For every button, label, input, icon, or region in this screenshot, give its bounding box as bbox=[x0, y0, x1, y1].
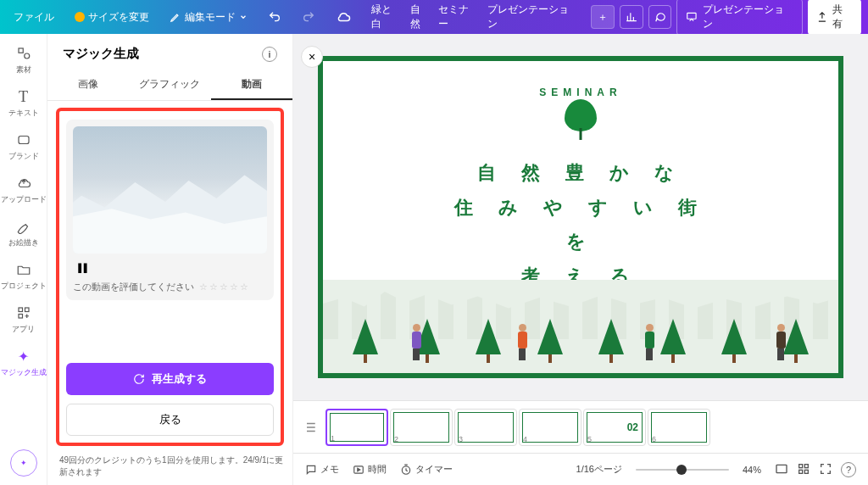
notes-button[interactable]: メモ bbox=[305, 463, 339, 476]
redo-button[interactable] bbox=[295, 7, 322, 27]
tab-image[interactable]: 画像 bbox=[47, 70, 129, 100]
folder-icon bbox=[14, 260, 33, 279]
zoom-slider-thumb[interactable] bbox=[676, 465, 687, 475]
person-illustration bbox=[772, 324, 789, 361]
title-part: プレゼンテーション bbox=[487, 3, 578, 31]
notes-label: メモ bbox=[320, 463, 339, 476]
rail-brand[interactable]: ブランド bbox=[8, 131, 39, 162]
rail-text[interactable]: Tテキスト bbox=[8, 87, 39, 119]
cloud-icon bbox=[336, 9, 351, 25]
timer-label: タイマー bbox=[415, 463, 453, 476]
draw-icon bbox=[14, 217, 33, 236]
cloud-sync-button[interactable] bbox=[329, 6, 358, 28]
slide-kicker: SEMINAR bbox=[539, 86, 621, 98]
thumb-number: 6 bbox=[652, 435, 656, 443]
share-button[interactable]: 共有 bbox=[808, 0, 861, 35]
resize-indicator-icon bbox=[75, 12, 85, 22]
comment-icon bbox=[654, 11, 666, 23]
comment-button[interactable] bbox=[648, 5, 672, 29]
rail-label: お絵描き bbox=[8, 237, 39, 248]
svg-rect-11 bbox=[804, 464, 808, 467]
pause-icon[interactable]: ❚❚ bbox=[73, 259, 267, 276]
slide-thumb-6[interactable]: 6 bbox=[648, 409, 710, 446]
person-illustration bbox=[408, 324, 425, 361]
slide-thumb-5[interactable]: 025 bbox=[583, 409, 646, 446]
slide-thumb-3[interactable]: 3 bbox=[454, 409, 517, 446]
svg-rect-10 bbox=[799, 464, 803, 467]
generated-video-card[interactable]: ❚❚ この動画を評価してください ☆☆☆☆☆ bbox=[66, 120, 274, 300]
slide-thumb-1[interactable]: 1 bbox=[326, 409, 388, 446]
tab-graphic[interactable]: グラフィック bbox=[129, 70, 210, 100]
sparkle-icon: ✦ bbox=[20, 459, 27, 467]
add-button[interactable]: ＋ bbox=[591, 5, 615, 29]
rail-draw[interactable]: お絵描き bbox=[8, 217, 39, 248]
analytics-button[interactable] bbox=[620, 5, 643, 29]
play-icon bbox=[353, 464, 364, 476]
chart-icon bbox=[626, 11, 637, 23]
slide-thumb-4[interactable]: 4 bbox=[519, 409, 581, 446]
assistant-button[interactable]: ✦ bbox=[10, 449, 37, 477]
timer-button[interactable]: タイマー bbox=[400, 463, 453, 476]
rating-stars[interactable]: ☆☆☆☆☆ bbox=[199, 282, 250, 293]
shapes-icon bbox=[14, 44, 33, 63]
redo-icon bbox=[302, 10, 315, 24]
rail-elements[interactable]: 素材 bbox=[14, 44, 33, 75]
svg-rect-3 bbox=[19, 137, 29, 144]
pencil-icon bbox=[170, 11, 181, 23]
rail-project[interactable]: プロジェクト bbox=[1, 260, 47, 292]
zoom-value[interactable]: 44% bbox=[743, 465, 761, 475]
upload-icon bbox=[14, 174, 33, 192]
tree-icon bbox=[537, 319, 563, 363]
person-illustration bbox=[641, 324, 658, 361]
refresh-icon bbox=[133, 373, 145, 385]
tile-view-icon[interactable] bbox=[797, 462, 810, 477]
edit-mode-button[interactable]: 編集モード bbox=[163, 7, 254, 28]
file-menu[interactable]: ファイル bbox=[7, 7, 61, 28]
title-part: セミナー bbox=[438, 3, 478, 31]
resize-button[interactable]: サイズを変更 bbox=[68, 7, 156, 28]
thumb-number: 1 bbox=[331, 434, 335, 443]
grid-view-icon[interactable] bbox=[775, 462, 788, 477]
resize-label: サイズを変更 bbox=[88, 10, 149, 25]
zoom-slider[interactable] bbox=[636, 469, 729, 471]
rating-prompt: この動画を評価してください bbox=[73, 281, 194, 293]
slide-title-line: 自 然 豊 か な bbox=[452, 156, 709, 191]
notes-icon bbox=[305, 464, 317, 476]
svg-rect-13 bbox=[804, 470, 808, 473]
left-rail: 素材 Tテキスト ブランド アップロード お絵描き プロジェクト アプリ ✦マジ… bbox=[0, 34, 47, 485]
slide-title-line: 住 み や す い 街 を bbox=[452, 191, 709, 259]
slide-canvas[interactable]: SEMINAR 自 然 豊 か な 住 み や す い 街 を 考 え る bbox=[318, 56, 843, 378]
reorder-icon[interactable] bbox=[302, 420, 317, 435]
tree-icon bbox=[353, 319, 378, 363]
page-indicator[interactable]: 1/16ページ bbox=[576, 463, 622, 476]
rail-upload[interactable]: アップロード bbox=[1, 174, 47, 205]
rail-magic-generate[interactable]: ✦マジック生成 bbox=[1, 347, 47, 378]
document-title[interactable]: 緑と白 自然 セミナー プレゼンテーション bbox=[371, 3, 577, 31]
svg-rect-5 bbox=[25, 308, 29, 312]
help-icon[interactable]: ? bbox=[841, 462, 856, 477]
tab-video[interactable]: 動画 bbox=[211, 70, 292, 100]
share-label: 共有 bbox=[832, 3, 853, 31]
title-part: 緑と白 bbox=[371, 3, 402, 31]
tree-icon bbox=[721, 319, 747, 363]
close-panel-button[interactable]: × bbox=[301, 46, 323, 68]
svg-rect-12 bbox=[799, 470, 803, 473]
svg-rect-6 bbox=[19, 315, 23, 319]
slide-title: 自 然 豊 か な 住 み や す い 街 を 考 え る bbox=[452, 156, 709, 294]
thumb-number: 2 bbox=[394, 435, 398, 443]
rail-label: アップロード bbox=[1, 194, 47, 205]
present-button[interactable]: プレゼンテーション bbox=[676, 0, 802, 36]
regenerate-label: 再生成する bbox=[152, 371, 207, 387]
info-icon[interactable]: i bbox=[262, 47, 277, 62]
bottom-bar: メモ 時間 タイマー 1/16ページ 44% ? bbox=[293, 453, 868, 485]
canvas-area: SEMINAR 自 然 豊 か な 住 み や す い 街 を 考 え る bbox=[293, 34, 868, 485]
time-button[interactable]: 時間 bbox=[353, 463, 387, 476]
regenerate-button[interactable]: 再生成する bbox=[66, 363, 274, 395]
slide-thumbnails: 1 2 3 4 025 6 bbox=[293, 400, 868, 453]
undo-button[interactable] bbox=[261, 7, 288, 27]
rail-apps[interactable]: アプリ bbox=[12, 304, 35, 335]
slide-thumb-2[interactable]: 2 bbox=[390, 409, 453, 446]
back-button[interactable]: 戻る bbox=[66, 404, 274, 436]
fullscreen-icon[interactable] bbox=[819, 462, 832, 477]
generated-video-thumbnail[interactable] bbox=[73, 126, 267, 254]
